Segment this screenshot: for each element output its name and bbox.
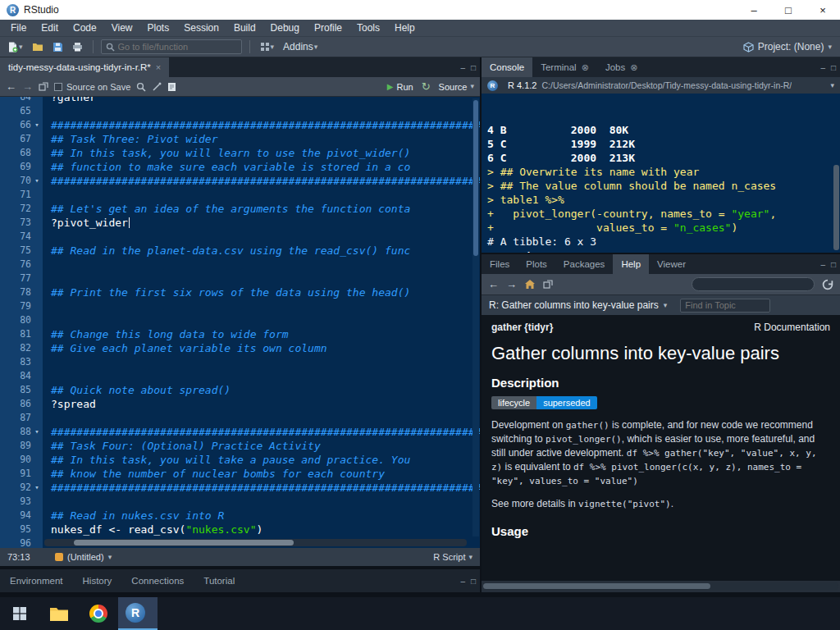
pane-maximize-icon[interactable]: □ — [831, 260, 836, 269]
editor-line[interactable]: 92▾#####################################… — [0, 481, 480, 495]
pane-tab-environment[interactable]: Environment — [0, 569, 73, 592]
goto-file-input[interactable] — [118, 42, 237, 52]
help-search-input[interactable] — [701, 280, 818, 290]
menu-plots[interactable]: Plots — [140, 20, 177, 36]
editor-line[interactable]: 89## Task Four: (Optional) Practice Acti… — [0, 439, 480, 453]
menu-file[interactable]: File — [3, 20, 34, 36]
pane-maximize-icon[interactable]: □ — [471, 577, 476, 586]
console-scrollbar[interactable] — [833, 95, 839, 250]
fold-arrow-icon[interactable]: ▾ — [31, 174, 43, 188]
help-document[interactable]: gather {tidyr} R Documentation Gather co… — [482, 315, 840, 581]
compile-report-icon[interactable] — [167, 82, 176, 92]
pane-maximize-icon[interactable]: □ — [471, 63, 476, 72]
editor-line[interactable]: 66▾#####################################… — [0, 118, 480, 132]
editor-line[interactable]: 77 — [0, 272, 480, 285]
editor-line[interactable]: 84 — [0, 369, 480, 383]
console-tab-console[interactable]: Console — [482, 57, 532, 77]
start-button[interactable] — [0, 597, 39, 630]
editor-line[interactable]: 82## Give each planet variable its own c… — [0, 341, 480, 355]
help-tab-viewer[interactable]: Viewer — [649, 254, 694, 274]
find-in-topic-input[interactable] — [680, 299, 770, 313]
addins-grid-button[interactable]: ▾ — [258, 40, 277, 53]
editor-line[interactable]: 78## Print the first six rows of the dat… — [0, 285, 480, 299]
pane-tab-tutorial[interactable]: Tutorial — [194, 569, 244, 592]
editor-line[interactable]: 76 — [0, 258, 480, 272]
menu-build[interactable]: Build — [226, 20, 263, 36]
code-editor[interactable]: 64?gather6566▾##########################… — [0, 97, 480, 548]
editor-line[interactable]: 68## In this task, you will learn to use… — [0, 146, 480, 160]
editor-line[interactable]: 71 — [0, 188, 480, 202]
editor-line[interactable]: 65 — [0, 104, 480, 118]
help-back-icon[interactable]: ← — [488, 279, 499, 290]
pane-minimize-icon[interactable]: – — [820, 260, 825, 269]
console-tab-terminal[interactable]: Terminal⊗ — [532, 57, 597, 77]
find-replace-icon[interactable] — [136, 82, 146, 92]
chrome-button[interactable] — [79, 597, 118, 630]
menu-help[interactable]: Help — [387, 20, 422, 36]
source-tab[interactable]: tidy-messy-data-using-tidyr-in-r.R* × — [0, 57, 169, 77]
menu-profile[interactable]: Profile — [307, 20, 349, 36]
show-in-new-window-icon[interactable] — [543, 280, 553, 289]
pane-minimize-icon[interactable]: – — [820, 63, 825, 72]
tab-close-icon[interactable]: ⊗ — [582, 62, 589, 73]
console-output[interactable]: 4 B 2000 80K5 C 1999 212K6 C 2000 213K> … — [482, 94, 840, 253]
help-topic-dropdown[interactable]: R: Gather columns into key-value pairs — [489, 299, 659, 311]
minimize-button[interactable]: – — [737, 0, 771, 20]
pane-minimize-icon[interactable]: – — [460, 63, 465, 72]
addins-button[interactable]: Addins ▾ — [281, 39, 320, 54]
close-button[interactable]: × — [806, 0, 840, 20]
pane-minimize-icon[interactable]: – — [460, 577, 465, 586]
maximize-button[interactable]: □ — [771, 0, 806, 20]
editor-line[interactable]: 94## Read in nukes.csv into R — [0, 509, 480, 523]
help-forward-icon[interactable]: → — [506, 279, 517, 290]
editor-vertical-scrollbar[interactable] — [472, 98, 479, 536]
code-tools-icon[interactable] — [152, 82, 162, 92]
tab-close-icon[interactable]: × — [156, 62, 161, 72]
menu-session[interactable]: Session — [176, 20, 226, 36]
source-on-save-toggle[interactable]: Source on Save — [54, 82, 130, 92]
fold-arrow-icon[interactable]: ▾ — [31, 481, 43, 495]
editor-line[interactable]: 73?pivot_wider — [0, 216, 480, 230]
rstudio-taskbar-button[interactable]: R — [118, 597, 158, 630]
editor-line[interactable]: 93 — [0, 495, 480, 509]
project-selector[interactable]: Project: (None) ▾ — [743, 41, 835, 52]
save-button[interactable] — [50, 40, 66, 54]
editor-line[interactable]: 90## In this task, you will take a pause… — [0, 453, 480, 467]
rerun-icon[interactable]: ↻ — [422, 80, 431, 93]
editor-horizontal-scrollbar[interactable] — [44, 539, 467, 546]
fold-arrow-icon[interactable]: ▾ — [31, 425, 43, 439]
file-explorer-button[interactable] — [39, 597, 79, 630]
open-file-button[interactable] — [30, 40, 46, 53]
nav-back-icon[interactable]: ← — [6, 81, 16, 92]
editor-line[interactable]: 79 — [0, 299, 480, 313]
editor-line[interactable]: 86?spread — [0, 397, 480, 411]
menu-tools[interactable]: Tools — [349, 20, 387, 36]
menu-debug[interactable]: Debug — [263, 20, 307, 36]
editor-line[interactable]: 88▾#####################################… — [0, 425, 480, 439]
editor-line[interactable]: 69## function to make sure each variable… — [0, 160, 480, 174]
help-home-icon[interactable] — [524, 279, 536, 290]
fold-arrow-icon[interactable]: ▾ — [31, 118, 43, 132]
help-tab-files[interactable]: Files — [482, 254, 518, 274]
menu-edit[interactable]: Edit — [34, 20, 66, 36]
editor-line[interactable]: 87 — [0, 411, 480, 425]
editor-line[interactable]: 95nukes_df <- read_csv("nukes.csv") — [0, 523, 480, 536]
editor-line[interactable]: 64?gather — [0, 97, 480, 104]
editor-line[interactable]: 75## Read in the planet-data.csv using t… — [0, 244, 480, 258]
editor-line[interactable]: 91## know the number of nuclear bombs fo… — [0, 467, 480, 481]
tab-close-icon[interactable]: ⊗ — [630, 62, 637, 73]
new-file-button[interactable]: ▾ — [5, 40, 25, 54]
run-button[interactable]: ▶ Run — [387, 82, 413, 92]
help-search-box[interactable] — [692, 277, 815, 291]
document-outline-chip[interactable]: (Untitled) ▾ — [55, 552, 112, 562]
refresh-icon[interactable] — [822, 279, 833, 290]
dropdown-caret-icon[interactable]: ▾ — [830, 82, 834, 89]
editor-line[interactable]: 81## Change this long data to wide form — [0, 327, 480, 341]
editor-line[interactable]: 85## Quick note about spread() — [0, 383, 480, 397]
pane-tab-history[interactable]: History — [73, 569, 122, 592]
goto-file-search[interactable] — [101, 39, 242, 54]
editor-line[interactable]: 70▾#####################################… — [0, 174, 480, 188]
editor-line[interactable]: 74 — [0, 230, 480, 244]
document-type[interactable]: R Script — [433, 552, 465, 562]
editor-line[interactable]: 67## Task Three: Pivot wider — [0, 132, 480, 146]
